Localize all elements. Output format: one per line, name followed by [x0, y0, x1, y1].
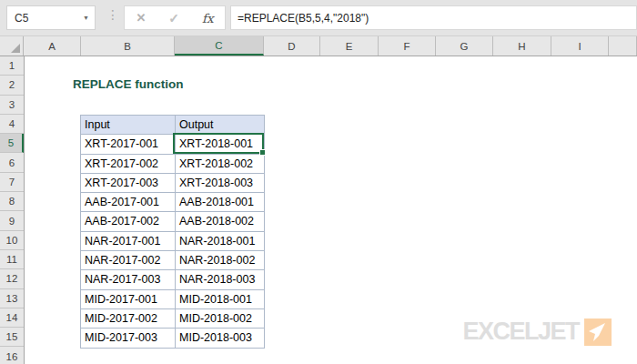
select-all-triangle-icon	[11, 44, 20, 53]
table-cell[interactable]: MID-2018-002	[176, 308, 265, 328]
column-header-F[interactable]: F	[379, 36, 436, 56]
table-header-row: InputOutput	[81, 116, 265, 135]
table-row: NAR-2017-002NAR-2018-002	[81, 251, 265, 270]
table-cell[interactable]: XRT-2018-003	[176, 173, 265, 192]
table-row: XRT-2017-002XRT-2018-002	[81, 154, 265, 173]
row-header-9[interactable]: 9	[0, 211, 24, 230]
name-box[interactable]: C5 ▼	[6, 5, 96, 30]
row-header-14[interactable]: 14	[0, 308, 24, 328]
table-cell[interactable]: MID-2017-002	[81, 308, 176, 328]
exceljet-logo-arrow-icon	[584, 318, 612, 346]
table-header-cell[interactable]: Output	[176, 116, 265, 135]
exceljet-logo-text: EXCELJET	[462, 318, 579, 346]
table-row: NAR-2017-003NAR-2018-003	[81, 270, 265, 289]
table-cell[interactable]: MID-2018-001	[176, 289, 265, 308]
table-cell[interactable]: NAR-2017-001	[81, 231, 176, 250]
table-cell[interactable]: AAB-2017-002	[81, 212, 176, 231]
row-header-6[interactable]: 6	[0, 153, 24, 172]
enter-icon[interactable]: ✓	[168, 11, 179, 25]
table-cell[interactable]: XRT-2017-002	[81, 154, 176, 173]
row-header-1[interactable]: 1	[0, 56, 24, 76]
table-cell[interactable]: MID-2017-003	[81, 329, 176, 348]
column-header-H[interactable]: H	[493, 36, 551, 56]
row-header-7[interactable]: 7	[0, 173, 24, 192]
row-header-13[interactable]: 13	[0, 289, 24, 308]
row-header-3[interactable]: 3	[0, 96, 24, 115]
row-headers: 1234567891011121314151617	[0, 56, 25, 364]
formula-bar-buttons: ✕ ✓ fx	[124, 5, 226, 30]
formula-bar: C5 ▼ ⋮ ✕ ✓ fx =REPLACE(B5,5,4,"2018")	[0, 0, 637, 36]
column-header-I[interactable]: I	[551, 36, 609, 56]
active-cell-reference: C5	[15, 12, 28, 25]
row-header-8[interactable]: 8	[0, 192, 24, 211]
row-header-4[interactable]: 4	[0, 115, 24, 134]
column-header-G[interactable]: G	[436, 36, 493, 56]
table-row: NAR-2017-001NAR-2018-001	[81, 231, 265, 250]
column-header-A[interactable]: A	[24, 36, 81, 56]
table-row: MID-2017-002MID-2018-002	[81, 308, 265, 328]
table-cell[interactable]: AAB-2018-001	[176, 193, 265, 212]
table-row: XRT-2017-001XRT-2018-001	[81, 135, 265, 154]
table-cell[interactable]: XRT-2017-001	[81, 135, 176, 154]
insert-function-icon[interactable]: fx	[202, 11, 214, 25]
table-cell[interactable]: XRT-2017-003	[81, 173, 176, 192]
column-header-partial[interactable]	[609, 36, 637, 56]
table-cell[interactable]: NAR-2017-003	[81, 270, 176, 289]
data-table: InputOutputXRT-2017-001XRT-2018-001XRT-2…	[80, 115, 265, 349]
sheet-title: REPLACE function	[73, 77, 184, 91]
table-cell[interactable]: MID-2017-001	[81, 289, 176, 308]
table-header-cell[interactable]: Input	[81, 116, 176, 135]
row-header-12[interactable]: 12	[0, 269, 24, 288]
row-header-15[interactable]: 15	[0, 328, 24, 347]
name-box-dropdown-icon[interactable]: ▼	[83, 15, 89, 21]
table-row: MID-2017-003MID-2018-003	[81, 329, 265, 348]
table-row: AAB-2017-001AAB-2018-001	[81, 193, 265, 212]
worksheet-area: REPLACE function InputOutputXRT-2017-001…	[25, 56, 637, 364]
table-cell[interactable]: AAB-2018-002	[176, 212, 265, 231]
row-header-2[interactable]: 2	[0, 76, 24, 95]
fill-handle[interactable]	[259, 149, 266, 156]
table-row: XRT-2017-003XRT-2018-003	[81, 173, 265, 192]
column-header-D[interactable]: D	[264, 36, 320, 56]
excel-window: C5 ▼ ⋮ ✕ ✓ fx =REPLACE(B5,5,4,"2018") AB…	[0, 0, 637, 364]
formula-bar-grip-icon: ⋮	[106, 8, 119, 21]
table-cell[interactable]: NAR-2017-002	[81, 251, 176, 270]
column-headers: ABCDEFGHI	[0, 36, 637, 56]
formula-input[interactable]: =REPLACE(B5,5,4,"2018")	[230, 5, 637, 30]
column-header-E[interactable]: E	[320, 36, 379, 56]
row-header-10[interactable]: 10	[0, 231, 24, 250]
table-cell[interactable]: XRT-2018-002	[176, 154, 265, 173]
cancel-icon[interactable]: ✕	[136, 11, 146, 25]
row-header-11[interactable]: 11	[0, 250, 24, 269]
table-row: AAB-2017-002AAB-2018-002	[81, 212, 265, 231]
table-cell[interactable]: NAR-2018-003	[176, 270, 265, 289]
row-header-5[interactable]: 5	[0, 134, 24, 153]
select-all-corner[interactable]	[0, 36, 24, 56]
row-header-16[interactable]: 16	[0, 347, 24, 364]
table-cell[interactable]: MID-2018-003	[176, 329, 265, 348]
table-cell[interactable]: NAR-2018-001	[176, 231, 265, 250]
table-cell[interactable]: AAB-2017-001	[81, 193, 176, 212]
table-cell[interactable]: XRT-2018-001	[176, 135, 265, 154]
exceljet-logo: EXCELJET	[462, 318, 612, 346]
table-row: MID-2017-001MID-2018-001	[81, 289, 265, 308]
column-header-B[interactable]: B	[81, 36, 175, 56]
formula-text: =REPLACE(B5,5,4,"2018")	[238, 12, 369, 25]
column-header-C[interactable]: C	[175, 36, 264, 56]
table-cell[interactable]: NAR-2018-002	[176, 251, 265, 270]
